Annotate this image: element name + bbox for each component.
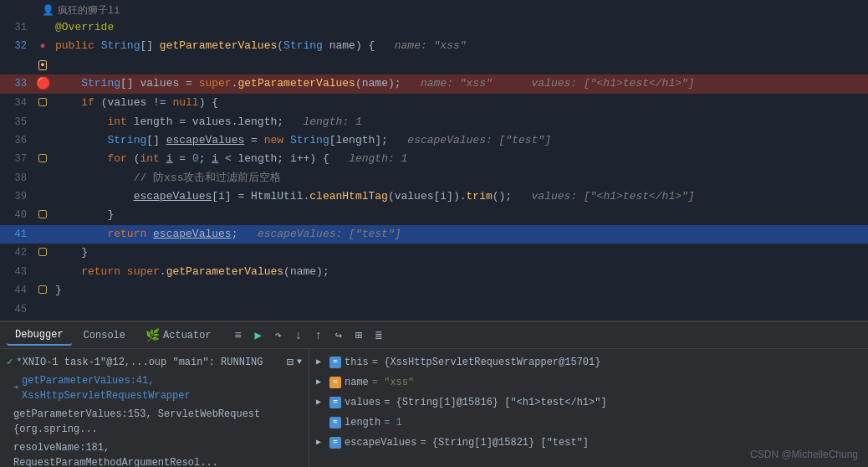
line-number: 40 xyxy=(0,206,33,225)
var-value: = {XssHttpServletRequestWrapper@15701} xyxy=(372,354,601,371)
code-line: public String[] getParameterValues(Strin… xyxy=(52,37,868,74)
line-number: 36 xyxy=(0,131,33,150)
list-item[interactable]: resolveName:181, RequestParamMethodArgum… xyxy=(0,439,309,467)
toolbar-icon-step-out[interactable]: ↑ xyxy=(310,327,327,344)
table-row: 34 if (values != null) { xyxy=(0,94,868,113)
var-value: = {String[1]@15821} ["test"] xyxy=(420,434,589,451)
line-number: 39 xyxy=(0,187,33,206)
table-row: 41 return escapeValues; escapeValues: ["… xyxy=(0,225,868,244)
var-name: this xyxy=(345,354,369,371)
line-number: 45 xyxy=(0,300,33,319)
gutter xyxy=(33,131,52,150)
var-value: = 1 xyxy=(384,414,402,431)
table-row: 45 xyxy=(0,300,868,319)
dropdown-icon[interactable]: ▼ xyxy=(297,357,302,367)
list-item[interactable]: getParameterValues:153, ServletWebReques… xyxy=(0,405,309,439)
code-line: } xyxy=(52,206,868,225)
tab-actuator[interactable]: 🌿 Actuator xyxy=(137,325,220,346)
code-line: for (int i = 0; i < length; i++) { lengt… xyxy=(52,150,868,169)
gutter xyxy=(33,169,52,187)
table-row: 40 } xyxy=(0,206,868,225)
toolbar-icon-step-into[interactable]: ↓ xyxy=(290,327,307,344)
table-row: 35 int length = values.length; length: 1 xyxy=(0,113,868,131)
code-line: // 防xss攻击和过滤前后空格 xyxy=(52,169,868,187)
toolbar-icon-frames[interactable]: ⊞ xyxy=(350,327,367,344)
stack-item-current[interactable]: ➜ getParameterValues:41, XssHttpServletR… xyxy=(0,372,309,405)
line-number: 34 xyxy=(0,94,33,113)
gutter xyxy=(33,263,52,281)
tab-debugger[interactable]: Debugger xyxy=(7,326,72,346)
panel-tabs: Debugger Console 🌿 Actuator ≡ ▶ ↷ ↓ ↑ ↪ … xyxy=(0,322,868,349)
expand-icon[interactable]: ▶ xyxy=(316,394,326,411)
var-item-length[interactable]: ▶ = length = 1 xyxy=(309,413,868,433)
toolbar-icons: ≡ ▶ ↷ ↓ ↑ ↪ ⊞ ≣ xyxy=(230,327,387,344)
expand-icon[interactable]: ▶ xyxy=(316,354,326,371)
stack-label: getParameterValues:153, ServletWebReques… xyxy=(13,408,260,435)
code-line: @Override xyxy=(52,18,868,37)
toolbar-icon-settings[interactable]: ≣ xyxy=(370,327,387,344)
left-panel: ✓ *XNIO-1 task-1"@12,...oup "main": RUNN… xyxy=(0,349,309,467)
code-line: escapeValues[i] = HtmlUtil.cleanHtmlTag(… xyxy=(52,187,868,206)
var-item-this[interactable]: ▶ = this = {XssHttpServletRequestWrapper… xyxy=(309,352,868,372)
filter-icon[interactable]: ⊟ xyxy=(287,355,294,369)
code-editor: 👤 疯狂的狮子li 31 @Override 32 ● ● public Str… xyxy=(0,0,868,321)
gutter xyxy=(33,94,52,113)
bottom-panel: Debugger Console 🌿 Actuator ≡ ▶ ↷ ↓ ↑ ↪ … xyxy=(0,321,868,467)
thread-label: *XNIO-1 task-1"@12,...oup "main": RUNNIN… xyxy=(16,357,283,368)
table-row: 38 // 防xss攻击和过滤前后空格 xyxy=(0,169,868,187)
code-line: if (values != null) { xyxy=(52,94,868,113)
table-row: 33 🔴 String[] values = super.getParamete… xyxy=(0,74,868,94)
table-row: 44 } xyxy=(0,281,868,300)
username: 疯狂的狮子li xyxy=(58,3,120,18)
var-type-icon: = xyxy=(329,417,341,429)
toolbar-icon-resume[interactable]: ▶ xyxy=(250,327,267,344)
tab-console[interactable]: Console xyxy=(75,326,134,345)
line-number: 38 xyxy=(0,169,33,187)
table-row: 37 for (int i = 0; i < length; i++) { le… xyxy=(0,150,868,169)
gutter: 🔴 xyxy=(33,74,52,94)
code-line: int length = values.length; length: 1 xyxy=(52,113,868,131)
gutter xyxy=(33,18,52,37)
variables-panel: ▶ = this = {XssHttpServletRequestWrapper… xyxy=(309,349,868,467)
line-number: 44 xyxy=(0,281,33,300)
var-item-name[interactable]: ▶ = name = "xss" xyxy=(309,372,868,393)
line-number: 37 xyxy=(0,150,33,169)
var-item-values[interactable]: ▶ = values = {String[1]@15816} ["<h1>tes… xyxy=(309,393,868,413)
gutter xyxy=(33,187,52,206)
stack-label: getParameterValues:41, XssHttpServletReq… xyxy=(22,373,302,403)
code-line: String[] values = super.getParameterValu… xyxy=(52,74,868,94)
expand-icon[interactable]: ▶ xyxy=(316,434,326,451)
gutter: ● ● xyxy=(33,37,52,74)
expand-icon[interactable]: ▶ xyxy=(316,374,326,391)
line-number: 31 xyxy=(0,18,33,37)
gutter xyxy=(33,281,52,300)
table-row: 32 ● ● public String[] getParameterValue… xyxy=(0,37,868,74)
code-line: return super.getParameterValues(name); xyxy=(52,263,868,281)
toolbar-icon-run-to[interactable]: ↪ xyxy=(330,327,347,344)
line-number: 41 xyxy=(0,225,33,244)
toolbar-icon-step-over[interactable]: ↷ xyxy=(270,327,287,344)
thread-row[interactable]: ✓ *XNIO-1 task-1"@12,...oup "main": RUNN… xyxy=(0,352,309,372)
code-line: String[] escapeValues = new String[lengt… xyxy=(52,131,868,150)
user-icon: 👤 xyxy=(42,4,54,17)
code-line xyxy=(52,300,868,319)
table-row: 36 String[] escapeValues = new String[le… xyxy=(0,131,868,150)
panel-content: ✓ *XNIO-1 task-1"@12,...oup "main": RUNN… xyxy=(0,349,868,467)
gutter xyxy=(33,300,52,319)
var-name: name xyxy=(345,374,369,391)
watermark: CSDN @MichelleChung xyxy=(750,449,858,460)
code-line: return escapeValues; escapeValues: ["tes… xyxy=(52,225,868,244)
var-name: escapeValues xyxy=(345,434,416,451)
var-value: = "xss" xyxy=(372,374,414,391)
line-number: 42 xyxy=(0,244,33,263)
var-type-icon: = xyxy=(329,357,341,368)
code-line: } xyxy=(52,244,868,263)
table-row: 42 } xyxy=(0,244,868,263)
table-row: 31 @Override xyxy=(0,18,868,37)
gutter xyxy=(33,206,52,225)
line-number: 43 xyxy=(0,263,33,281)
var-type-icon: = xyxy=(329,437,341,449)
toolbar-icon-menu[interactable]: ≡ xyxy=(230,327,247,344)
thread-check-icon: ✓ xyxy=(7,356,13,368)
table-row: 43 return super.getParameterValues(name)… xyxy=(0,263,868,281)
